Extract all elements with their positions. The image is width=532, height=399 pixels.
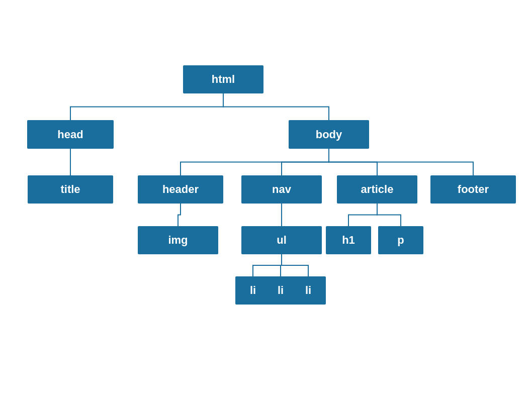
node-title: title xyxy=(28,175,113,204)
node-nav: nav xyxy=(241,175,322,204)
node-header: header xyxy=(138,175,223,204)
node-p: p xyxy=(378,226,423,254)
node-article: article xyxy=(337,175,417,204)
node-html: html xyxy=(183,65,263,93)
node-li3: li xyxy=(291,276,326,305)
node-ul: ul xyxy=(241,226,322,254)
node-img: img xyxy=(138,226,218,254)
tree-diagram: htmlheadbodytitleheadernavarticlefooteri… xyxy=(0,0,532,399)
node-body: body xyxy=(289,120,369,149)
node-footer: footer xyxy=(430,175,516,204)
node-head: head xyxy=(27,120,114,149)
node-h1: h1 xyxy=(326,226,371,254)
